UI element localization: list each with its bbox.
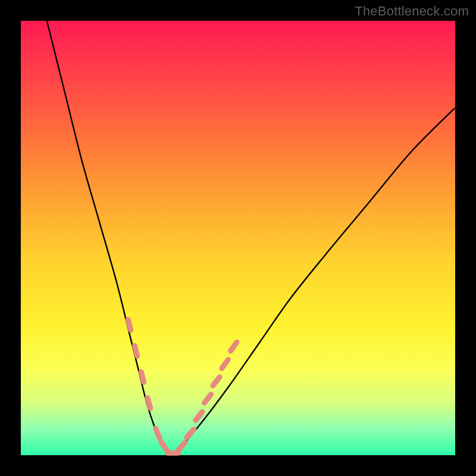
highlight-dash — [230, 342, 237, 351]
highlight-dash — [213, 377, 220, 386]
highlight-dash — [187, 430, 194, 438]
chart-frame: TheBottleneck.com — [0, 0, 476, 476]
highlight-dash — [204, 394, 211, 403]
highlight-dash — [128, 320, 130, 330]
highlight-dash — [148, 398, 151, 408]
watermark-text: TheBottleneck.com — [355, 4, 469, 19]
highlight-dash — [161, 442, 167, 451]
highlight-dash — [196, 412, 202, 420]
plot-area — [21, 21, 455, 455]
highlight-dash — [178, 443, 185, 451]
highlight-dashes — [128, 320, 237, 453]
highlight-dash — [134, 346, 137, 356]
highlight-dash — [222, 359, 228, 368]
highlight-dash — [141, 372, 143, 382]
highlight-dash — [156, 428, 160, 439]
bottleneck-curve — [47, 21, 455, 455]
curve-layer — [21, 21, 455, 455]
